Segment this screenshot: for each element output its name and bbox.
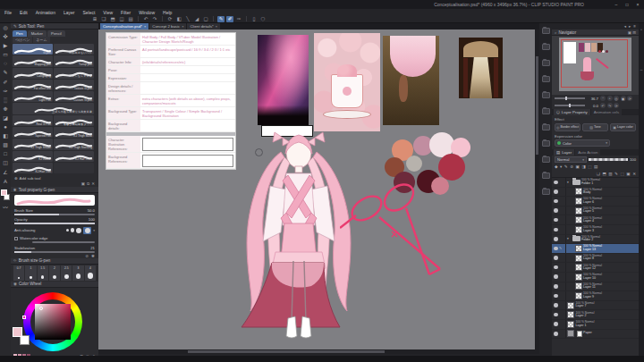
visibility-eye-icon[interactable] <box>554 247 558 251</box>
navigator-rotation-button[interactable]: ↷ <box>607 103 613 108</box>
layer-row[interactable]: 100 % NormalLayer 10 <box>552 273 639 282</box>
canvas-horizontal-scrollbar[interactable] <box>98 349 539 354</box>
layer-row[interactable]: 100 % NormalLayer 5 <box>552 206 639 216</box>
figure-tool-icon[interactable]: □ <box>4 151 7 157</box>
layer-toolbar-icon[interactable]: ◆ <box>555 164 558 169</box>
add-panel-icon[interactable]: + <box>640 27 642 31</box>
layer-row[interactable]: 100 % NormalLayer 1 <box>552 320 639 330</box>
brush-item[interactable]: KJ Hair Thin <box>13 163 53 173</box>
material-folder-icon[interactable] <box>542 28 550 34</box>
material-folder-icon[interactable] <box>542 173 550 179</box>
visibility-eye-icon[interactable] <box>554 256 558 260</box>
subtool-tab-pen[interactable]: Pen <box>13 30 27 37</box>
layer-toolbar-icon[interactable]: ▣ <box>626 172 630 176</box>
menu-item-animation[interactable]: Animation <box>36 10 55 15</box>
brush-size-preset[interactable]: 0.7 <box>13 265 24 281</box>
pencil-tool-icon[interactable]: ✐ <box>3 80 7 86</box>
close-tab-icon[interactable]: × <box>216 24 217 29</box>
navigator-zoom-button[interactable]: ⟳ <box>627 96 632 101</box>
material-folder-icon[interactable] <box>542 189 550 195</box>
text-tool-icon[interactable]: A <box>4 179 7 185</box>
brush-size-preset[interactable]: 3 <box>72 265 83 281</box>
aa-none-button[interactable] <box>66 229 69 232</box>
brush-size-preset[interactable]: 2.5 <box>61 265 72 281</box>
gradient-tool-icon[interactable]: ▨ <box>3 142 8 148</box>
watercolor-edge-checkbox[interactable] <box>14 237 18 240</box>
subtool-tab-marker[interactable]: Marker <box>28 30 47 37</box>
brush-item[interactable]: Turnip pen <box>54 55 94 66</box>
tab-layer[interactable]: ▤ Layer <box>554 149 574 156</box>
simplify-line-icon[interactable]: ✑ <box>235 16 242 22</box>
brush-item[interactable]: KJ Inkline <box>13 151 53 162</box>
brush-item[interactable]: For effect line <box>13 80 53 90</box>
correct-line-icon[interactable]: ✎ <box>217 16 225 22</box>
navigator-zoom-button[interactable]: + <box>607 96 613 101</box>
settings-icon[interactable]: ⬡ <box>259 16 267 22</box>
layer-toolbar-icon[interactable]: ⬒ <box>602 172 606 176</box>
menu-item-layer[interactable]: Layer <box>64 10 75 15</box>
material-folder-icon[interactable] <box>542 108 550 114</box>
visibility-eye-icon[interactable] <box>554 189 558 194</box>
menu-item-filter[interactable]: Filter <box>121 10 131 15</box>
navigator-rotation-button[interactable]: ⟳ <box>614 103 619 108</box>
visibility-eye-icon[interactable] <box>554 294 558 299</box>
export-icon[interactable]: ▤ <box>127 16 134 22</box>
brush-size-preset[interactable]: 1.5 <box>38 265 48 281</box>
document-tab[interactable]: Conceptualisation.psd*× <box>100 23 148 29</box>
visibility-eye-icon[interactable] <box>554 284 558 289</box>
brush-size-slider[interactable] <box>14 214 95 215</box>
material-folder-icon[interactable] <box>542 76 550 82</box>
document-tab[interactable]: Client details*× <box>187 23 220 29</box>
zoom-slider[interactable] <box>555 97 585 99</box>
brush-item[interactable]: Light Pen <box>13 91 53 102</box>
layer-toolbar-icon[interactable]: ⊘ <box>570 164 573 169</box>
brush-item[interactable]: ぼかしなじませ筆 <box>54 68 94 79</box>
brush-item[interactable]: G-pen <box>13 44 53 55</box>
layer-row[interactable]: 100 % NormalLayer 9 <box>552 291 639 301</box>
pen-tool-icon[interactable]: ✎ <box>3 70 7 76</box>
tool-property-footer-icon[interactable]: ⊘ <box>85 254 89 258</box>
brush-size-preset[interactable]: 4 <box>85 265 96 281</box>
document-tab[interactable]: Concept 2 basic× <box>149 23 186 29</box>
layer-toolbar-icon[interactable]: ◨ <box>581 164 585 169</box>
tablet-icon[interactable]: ▯ <box>250 16 258 22</box>
layer-row[interactable]: 100 % NormalLayer 3 <box>552 225 639 235</box>
visibility-eye-icon[interactable] <box>554 199 558 204</box>
brush-item[interactable]: Texture G-pen <box>54 80 94 90</box>
panel-menu-icon[interactable]: ≡ <box>633 24 636 29</box>
menu-item-edit[interactable]: Edit <box>20 10 28 15</box>
vector-pen-icon[interactable]: ✐ <box>226 16 233 22</box>
layer-row[interactable]: 100 % NormalLayer 2 <box>552 310 639 320</box>
brush-size-value[interactable]: 50.0 <box>88 208 95 213</box>
collapse-left-icon[interactable]: ◂ <box>624 24 626 29</box>
snap-perspective-icon[interactable]: ◢ <box>193 16 200 22</box>
brush-item[interactable]: Tapered Pen <box>13 127 53 138</box>
visibility-eye-icon[interactable] <box>554 181 558 185</box>
visibility-eye-icon[interactable] <box>554 322 558 326</box>
ruler-tool-icon[interactable]: ∠ <box>3 170 7 176</box>
zoom-tool-icon[interactable]: ◎ <box>3 25 7 31</box>
brush-item[interactable]: Custom G-pen <box>54 91 94 102</box>
close-tab-icon[interactable]: × <box>182 24 183 29</box>
opacity-value[interactable]: 100 <box>89 217 95 222</box>
subtool-footer-icon[interactable]: ▣ <box>81 181 85 186</box>
material-folder-icon[interactable] <box>542 60 550 66</box>
menu-item-window[interactable]: Window <box>139 10 155 15</box>
fill-icon[interactable]: ◧ <box>175 16 182 22</box>
maximize-button[interactable]: □ <box>623 2 631 7</box>
opacity-slider[interactable] <box>14 223 95 224</box>
brush-item[interactable]: KJ Thigh Base <box>54 127 94 138</box>
layer-color-button[interactable]: ▣Layer color <box>610 123 636 131</box>
stabilization-slider[interactable] <box>14 251 95 253</box>
tool-color-swatches[interactable] <box>1 189 10 202</box>
open-file-icon[interactable]: ⬒ <box>109 16 116 22</box>
visibility-eye-icon[interactable] <box>554 265 558 270</box>
navigator-zoom-button[interactable]: ◎ <box>614 96 619 101</box>
navigator-zoom-button[interactable]: − <box>600 96 606 101</box>
layer-row[interactable]: 100 % NormalLayer 7 <box>552 301 639 311</box>
blend-mode-dropdown[interactable]: Normal ▾ <box>555 156 587 163</box>
visibility-eye-icon[interactable] <box>554 274 558 279</box>
visibility-eye-icon[interactable] <box>554 228 558 232</box>
rotation-slider[interactable] <box>555 105 585 106</box>
save-file-icon[interactable]: ◫ <box>118 16 125 22</box>
